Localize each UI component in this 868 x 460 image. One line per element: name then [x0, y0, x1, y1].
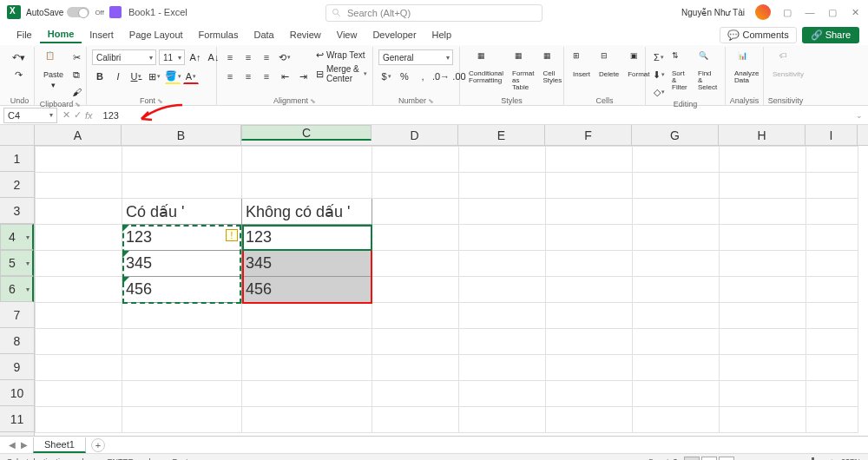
autosave-toggle[interactable]: AutoSave Off	[26, 7, 104, 17]
accounting-format-icon[interactable]: $	[378, 69, 394, 84]
page-break-view-icon[interactable]	[719, 457, 734, 461]
format-painter-icon[interactable]: 🖌	[69, 84, 84, 100]
cut-icon[interactable]: ✂	[69, 49, 84, 65]
cell-B5[interactable]: 345	[122, 251, 242, 277]
row-header-9[interactable]: 9	[0, 354, 34, 380]
align-right-icon[interactable]: ≡	[259, 69, 274, 84]
tab-home[interactable]: Home	[40, 26, 82, 43]
row-header-11[interactable]: 11	[0, 406, 34, 432]
tab-help[interactable]: Help	[424, 27, 460, 43]
cell-B6[interactable]: 456	[122, 277, 242, 303]
wrap-text-button[interactable]: ↩ Wrap Text	[316, 49, 367, 61]
tab-formulas[interactable]: Formulas	[191, 27, 247, 43]
cancel-formula-icon[interactable]: ✕	[62, 109, 70, 121]
maximize-icon[interactable]: ▢	[826, 6, 838, 18]
font-size-select[interactable]: 11	[159, 49, 185, 65]
search-input[interactable]: Search (Alt+Q)	[326, 4, 542, 22]
tab-review[interactable]: Review	[282, 27, 329, 43]
alignment-launcher-icon[interactable]: ⬊	[310, 97, 316, 105]
tab-page-layout[interactable]: Page Layout	[122, 27, 191, 43]
name-box[interactable]: C4	[3, 108, 57, 123]
zoom-in-icon[interactable]: +	[830, 457, 834, 461]
row-header-2[interactable]: 2	[0, 172, 34, 198]
share-button[interactable]: 🔗 Share	[802, 27, 859, 43]
paste-button[interactable]: 📋Paste▾	[40, 49, 67, 91]
row-header-8[interactable]: 8	[0, 328, 34, 354]
insert-cells-button[interactable]: ⊞Insert	[569, 49, 594, 80]
conditional-formatting-button[interactable]: ▦Conditional Formatting	[465, 49, 507, 86]
cell-C1[interactable]	[242, 147, 372, 173]
delete-cells-button[interactable]: ⊟Delete	[595, 49, 622, 80]
select-all-corner[interactable]	[0, 125, 35, 146]
row-header-10[interactable]: 10	[0, 380, 34, 406]
font-color-button[interactable]: A	[183, 69, 199, 84]
cell-C7[interactable]	[242, 303, 372, 329]
cell-A3[interactable]	[36, 199, 122, 225]
col-header-B[interactable]: B	[122, 125, 241, 145]
cell-C2[interactable]	[242, 173, 372, 199]
tab-developer[interactable]: Developer	[365, 27, 424, 43]
error-indicator-icon[interactable]: !	[226, 229, 238, 241]
cell-C4[interactable]: 123	[242, 225, 372, 251]
cell-A7[interactable]	[36, 303, 122, 329]
sheet-nav-next-icon[interactable]: ▶	[21, 440, 28, 450]
italic-button[interactable]: I	[110, 69, 126, 84]
comments-button[interactable]: 💬 Comments	[720, 27, 796, 43]
undo-icon[interactable]: ↶▾	[10, 49, 26, 65]
copy-icon[interactable]: ⧉	[69, 67, 84, 82]
align-bottom-icon[interactable]: ≡	[259, 49, 274, 65]
zoom-out-icon[interactable]: −	[741, 457, 746, 461]
enter-formula-icon[interactable]: ✓	[74, 109, 82, 121]
increase-decimal-icon[interactable]: .0→	[433, 69, 449, 84]
save-icon[interactable]	[109, 6, 122, 18]
row-header-7[interactable]: 7	[0, 302, 34, 328]
bold-button[interactable]: B	[92, 69, 108, 84]
tab-data[interactable]: Data	[246, 27, 281, 43]
cell-B7[interactable]	[122, 303, 242, 329]
increase-indent-icon[interactable]: ⇥	[295, 69, 311, 84]
fill-color-button[interactable]: 🪣	[165, 69, 181, 84]
add-sheet-button[interactable]: +	[91, 438, 105, 452]
minimize-icon[interactable]: —	[804, 6, 816, 18]
cell-B4[interactable]: 123	[122, 225, 242, 251]
fx-icon[interactable]: fx	[85, 110, 93, 121]
tab-insert[interactable]: Insert	[82, 27, 122, 43]
row-header-3[interactable]: 3	[0, 198, 34, 224]
orientation-icon[interactable]: ⟲	[277, 49, 293, 65]
col-header-H[interactable]: H	[719, 125, 806, 145]
cell-C3[interactable]: Không có dấu '	[242, 199, 372, 225]
percent-format-icon[interactable]: %	[397, 69, 412, 84]
col-header-A[interactable]: A	[35, 125, 122, 145]
row-header-6[interactable]: 6	[0, 276, 34, 302]
row-header-4[interactable]: 4	[0, 224, 34, 250]
cell-C6[interactable]: 456	[242, 277, 372, 303]
page-layout-view-icon[interactable]	[701, 457, 717, 461]
row-header-1[interactable]: 1	[0, 146, 34, 172]
align-center-icon[interactable]: ≡	[240, 69, 256, 84]
format-as-table-button[interactable]: ▦Format as Table	[509, 49, 537, 93]
cell-B3[interactable]: Có dấu '	[122, 199, 242, 225]
number-launcher-icon[interactable]: ⬊	[428, 97, 434, 105]
avatar[interactable]	[755, 4, 771, 20]
col-header-D[interactable]: D	[372, 125, 458, 145]
underline-button[interactable]: U	[128, 69, 144, 84]
col-header-C[interactable]: C	[241, 125, 372, 141]
sheet-nav-prev-icon[interactable]: ◀	[9, 440, 16, 450]
cell-B2[interactable]	[122, 173, 242, 199]
cell-A2[interactable]	[36, 173, 122, 199]
normal-view-icon[interactable]	[684, 457, 700, 461]
ribbon-options-icon[interactable]: ▢	[781, 6, 793, 18]
align-middle-icon[interactable]: ≡	[240, 49, 256, 65]
align-left-icon[interactable]: ≡	[222, 69, 238, 84]
merge-center-button[interactable]: ⊟ Merge & Center	[316, 64, 367, 83]
cell-C5[interactable]: 345	[242, 251, 372, 277]
borders-button[interactable]: ⊞	[147, 69, 162, 84]
fill-icon[interactable]: ⬇	[651, 67, 667, 82]
font-launcher-icon[interactable]: ⬊	[157, 97, 163, 105]
col-header-G[interactable]: G	[632, 125, 719, 145]
cells-grid[interactable]: Có dấu 'Không có dấu ' 123123 345345 456…	[35, 146, 868, 436]
cell-A1[interactable]	[36, 147, 122, 173]
redo-icon[interactable]: ↷	[10, 67, 26, 82]
cell-B1[interactable]	[122, 147, 242, 173]
row-header-5[interactable]: 5	[0, 250, 34, 276]
